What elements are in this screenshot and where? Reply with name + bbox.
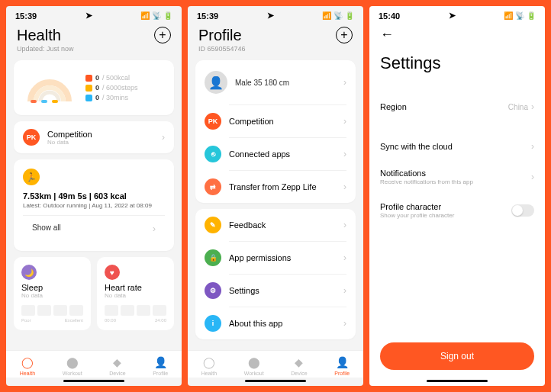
tab-device[interactable]: ◆Device [291,355,307,376]
profile-id: ID 6590554746 [198,45,246,53]
pk-icon: PK [205,113,221,130]
heart-rate-card[interactable]: ♥ Heart rate No data 00:0024:00 [97,257,174,330]
svg-rect-1 [41,100,47,103]
notifications-row[interactable]: Notifications Receive notifications from… [380,160,534,194]
home-indicator[interactable] [245,380,306,382]
chevron-right-icon: › [153,223,156,234]
status-bar: 15:40➤ 📶 📡 🔋 [369,6,545,22]
sleep-card[interactable]: 🌙 Sleep No data PoorExcellent [14,257,91,330]
profile-bio-row[interactable]: 👤 Male 35 180 cm › [195,60,356,104]
tab-profile[interactable]: 👤Profile [334,355,350,376]
chevron-right-icon: › [343,77,346,88]
header: Health Updated: Just now + [6,22,182,60]
show-all-button[interactable]: Show all › [23,215,165,242]
settings-screen: 15:40➤ 📶 📡 🔋 ← Settings Region China › S… [369,6,545,386]
page-title: Health [17,27,74,44]
lock-icon: 🔒 [205,249,221,266]
tab-profile[interactable]: 👤Profile [153,355,168,376]
health-screen: 15:39 ➤ 📶 📡 🔋 Health Updated: Just now +… [6,6,182,386]
add-button[interactable]: + [336,27,353,43]
region-value: China [508,103,528,111]
connected-apps-row[interactable]: ⎋ Connected apps › [195,138,356,170]
tab-health[interactable]: ◯Health [20,355,35,376]
tab-bar: ◯Health ⬤Workout ◆Device 👤Profile [188,350,363,378]
settings-card: ✎ Feedback › 🔒 App permissions › ⚙ Setti… [195,209,356,339]
tab-workout[interactable]: ⬤Workout [244,355,264,376]
feedback-row[interactable]: ✎ Feedback › [195,209,356,241]
info-icon: i [205,315,221,332]
profile-icon: 👤 [335,355,349,369]
chevron-right-icon: › [162,132,165,143]
workout-icon: ⬤ [247,355,261,369]
home-indicator[interactable] [427,380,488,382]
chevron-right-icon: › [343,318,346,329]
chevron-right-icon: › [343,182,346,192]
status-icons: 📶 📡 🔋 [322,11,354,20]
status-icons: 📶 📡 🔋 [140,11,172,20]
stand-icon [85,95,92,101]
device-icon: ◆ [111,355,124,369]
transfer-icon: ⇄ [205,178,221,195]
profile-card: 👤 Male 35 180 cm › PK Competition › ⎋ Co… [195,60,356,203]
activity-rings-card[interactable]: 0/ 500kcal 0/ 6000steps 0/ 30mins [14,60,174,115]
moon-icon: 🌙 [21,265,37,280]
header: Profile ID 6590554746 + [188,22,363,60]
chevron-right-icon: › [343,149,346,159]
competition-label: Competition [47,130,162,139]
workout-summary: 7.53km | 49m 5s | 603 kcal [23,191,165,201]
home-indicator[interactable] [63,380,124,382]
pk-icon: PK [23,129,40,146]
chevron-right-icon: › [531,101,534,112]
sign-out-button[interactable]: Sign out [380,342,534,370]
chevron-right-icon: › [343,252,346,263]
status-bar: 15:39 ➤ 📶 📡 🔋 [6,6,182,22]
back-button[interactable]: ← [380,27,534,43]
steps-icon [85,85,92,92]
profile-character-toggle[interactable] [511,204,534,217]
chevron-right-icon: › [343,116,346,127]
competition-row[interactable]: PK Competition No data › [14,121,174,153]
status-icons: 📶 📡 🔋 [504,11,536,20]
sync-row[interactable]: Sync with the cloud › [380,133,534,160]
health-icon: ◯ [202,355,216,369]
running-icon: 🏃 [23,169,40,185]
transfer-row[interactable]: ⇄ Transfer from Zepp Life › [195,171,356,203]
feedback-icon: ✎ [205,217,221,233]
device-icon: ◆ [292,355,306,369]
profile-character-row: Profile character Show your profile char… [380,194,534,227]
about-row[interactable]: i About this app › [195,307,356,339]
avatar-icon: 👤 [205,71,227,94]
page-title: Profile [198,27,246,44]
health-icon: ◯ [21,355,34,369]
heart-icon: ♥ [105,265,120,280]
svg-rect-2 [52,100,58,103]
chevron-right-icon: › [343,285,346,296]
gear-icon: ⚙ [205,282,221,299]
tab-health[interactable]: ◯Health [201,355,217,376]
workout-latest: Latest: Outdoor running | Aug 11, 2022 a… [23,202,165,209]
settings-row[interactable]: ⚙ Settings › [195,275,356,307]
chevron-right-icon: › [343,220,346,230]
flame-icon [85,75,92,82]
page-title: Settings [380,53,534,73]
status-bar: 15:39➤ 📶 📡 🔋 [188,6,363,22]
region-row[interactable]: Region China › [380,93,534,120]
permissions-row[interactable]: 🔒 App permissions › [195,242,356,274]
link-icon: ⎋ [205,146,221,162]
chevron-right-icon: › [531,172,534,182]
workout-card[interactable]: 🏃 7.53km | 49m 5s | 603 kcal Latest: Out… [14,159,174,251]
profile-screen: 15:39➤ 📶 📡 🔋 Profile ID 6590554746 + 👤 M… [188,6,363,386]
competition-row[interactable]: PK Competition › [195,105,356,137]
status-time: 15:39 [15,11,37,21]
profile-icon: 👤 [153,355,167,369]
svg-rect-0 [31,100,37,103]
tab-device[interactable]: ◆Device [109,355,125,376]
workout-icon: ⬤ [66,355,79,369]
updated-label: Updated: Just now [17,45,74,53]
tab-workout[interactable]: ⬤Workout [63,355,82,376]
tab-bar: ◯Health ⬤Workout ◆Device 👤Profile [6,350,182,378]
add-button[interactable]: + [154,27,171,43]
chevron-right-icon: › [531,141,534,152]
rainbow-icon [23,71,76,104]
